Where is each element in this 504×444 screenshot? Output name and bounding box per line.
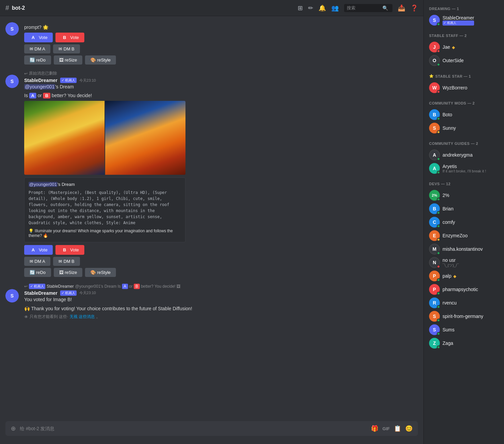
edit-icon[interactable]: ✏	[308, 4, 313, 12]
vote-a-button[interactable]: A Vote	[24, 33, 53, 42]
member-subtext: ¯\_(ツ)_/¯	[443, 263, 459, 268]
status-dot	[437, 23, 440, 26]
username[interactable]: StableDreamer	[24, 78, 57, 83]
member-avatar: C	[429, 217, 440, 228]
member-name: Sums	[443, 327, 455, 332]
hashtag-icon[interactable]: ⊞	[298, 4, 303, 12]
member-name: andrekerygma	[443, 152, 473, 158]
restyle-button-2[interactable]: 🎨 reStyle	[85, 268, 116, 277]
sticker-icon[interactable]: 📋	[394, 425, 401, 432]
sidebar-member-jae[interactable]: J Jae ◆	[426, 40, 501, 54]
inbox-icon[interactable]: 📥	[398, 4, 405, 12]
reply-indicator: ↩ ✓ 机画人 StableDreamer @younger001's Drea…	[24, 283, 418, 290]
sidebar-member-aryetis[interactable]: A Aryetis If it ain't broke, I'll break …	[426, 162, 501, 175]
avatar-image: S	[5, 22, 19, 36]
sidebar-member-pharma[interactable]: P pharmapsychotic	[426, 283, 501, 296]
dm-a-button-2[interactable]: ✉ DM A	[24, 257, 50, 266]
member-name: OuterSide	[443, 58, 464, 63]
mention: @younger001	[24, 84, 55, 89]
sidebar-member-enzymezoo[interactable]: E EnzymeZoo	[426, 229, 501, 242]
vote-b-button[interactable]: B Vote	[55, 33, 84, 42]
reply-text: @younger001's Dream Is A or B better? Yo…	[75, 284, 180, 289]
status-dot	[437, 265, 440, 268]
resize-button-2[interactable]: 🖼 reSize	[54, 268, 82, 277]
vote-result-text: You voted for Image B!	[24, 296, 418, 303]
sidebar-member-andrekerygma[interactable]: A andrekerygma	[426, 148, 501, 162]
image-a[interactable]	[24, 101, 104, 175]
help-icon[interactable]: ❓	[411, 4, 418, 12]
member-name: Aryetis	[443, 164, 486, 169]
member-name: misha.konstantinov	[443, 246, 483, 252]
message-text: prompt? 🌟	[24, 24, 418, 31]
jae-badge: ◆	[452, 45, 455, 50]
sidebar-member-2pct[interactable]: 2% 2%	[426, 189, 501, 202]
member-avatar: 2%	[429, 190, 440, 201]
image-b[interactable]	[105, 101, 185, 175]
member-avatar: W	[429, 82, 440, 93]
status-dot	[437, 63, 440, 66]
label-b-2: B	[61, 247, 68, 253]
member-name: StableDreamer	[443, 15, 474, 21]
vote-result-group: S ↩ ✓ 机画人 StableDreamer @younger001's Dr…	[0, 282, 423, 321]
avatar[interactable]: S	[5, 75, 19, 88]
dm-a-button[interactable]: ✉ DM A	[24, 44, 50, 53]
member-name: Boto	[443, 112, 452, 117]
sidebar-member-boto[interactable]: B Boto	[426, 108, 501, 121]
reply-username[interactable]: StableDreamer	[47, 284, 74, 289]
sidebar-member[interactable]: S StableDreamer ✓ 机画人	[426, 13, 501, 27]
search-input[interactable]	[347, 5, 380, 10]
resize-button[interactable]: 🖼 reSize	[54, 55, 82, 65]
sidebar-member-outerside[interactable]: O OuterSide	[426, 54, 501, 67]
avatar[interactable]: S	[5, 22, 19, 36]
sidebar-member-brian[interactable]: B Brian	[426, 202, 501, 215]
message-input[interactable]	[20, 422, 367, 435]
redo-button[interactable]: 🔄 reDo	[24, 55, 51, 65]
sidebar-member-comfy[interactable]: C comfy	[426, 215, 501, 229]
member-name: EnzymeZoo	[443, 233, 468, 238]
search-bar[interactable]: 🔍	[344, 4, 392, 12]
add-icon[interactable]: ⊕	[11, 425, 16, 432]
deleted-notice-group: S ↩ 原始消息已删除 StableDreamer ✓ 机画人 今天23:10 …	[0, 69, 423, 280]
prompt-mention: @younger001	[29, 182, 57, 187]
sidebar-member-wyz[interactable]: W WyzBorrero	[426, 81, 501, 94]
username-3[interactable]: StableDreamer	[24, 290, 57, 296]
dm-b-button-2[interactable]: ✉ DM B	[53, 257, 80, 266]
sidebar-member-spirit[interactable]: S spirit-from-germany	[426, 310, 501, 323]
members-icon[interactable]: 👥	[331, 4, 339, 12]
bell-icon[interactable]: 🔔	[319, 4, 326, 12]
member-name: Jae	[443, 44, 450, 50]
channel-hash-icon: #	[5, 4, 9, 12]
restyle-button[interactable]: 🎨 reStyle	[85, 55, 116, 65]
section-header: STABLE STAFF — 2	[426, 32, 501, 39]
dm-b-button[interactable]: ✉ DM B	[53, 44, 80, 53]
dm-buttons-row-2: ✉ DM A ✉ DM B	[24, 257, 418, 266]
vote-a-button-2[interactable]: A Vote	[24, 245, 53, 255]
member-name: palp	[443, 273, 451, 279]
member-info: StableDreamer ✓ 机画人	[443, 15, 474, 26]
sidebar-member-misha[interactable]: M misha.konstantinov	[426, 242, 501, 256]
gift-icon[interactable]: 🎁	[371, 425, 378, 432]
visibility-text: 只有您才能看到 这些·	[30, 314, 68, 320]
status-dot	[437, 171, 440, 174]
member-avatar: N	[429, 257, 440, 268]
emoji-icon[interactable]: 😊	[405, 425, 413, 432]
prompt-box-text: Prompt: (Masterpiece), (Best quality), (…	[29, 190, 181, 226]
member-info: Jae ◆	[443, 44, 455, 50]
reply-badge: ✓ 机画人	[29, 284, 45, 289]
status-dot	[437, 90, 440, 93]
status-dot	[437, 305, 440, 309]
sidebar-member-palp[interactable]: P palp ◆	[426, 269, 501, 283]
sidebar-member-nousr[interactable]: N no usr ¯\_(ツ)_/¯	[426, 256, 501, 269]
sidebar-member-zaga[interactable]: Z Zaga	[426, 336, 501, 350]
action-buttons-row-2: 🔄 reDo 🖼 reSize 🎨 reStyle	[24, 268, 418, 277]
member-avatar: B	[429, 109, 440, 120]
gif-icon[interactable]: GIF	[382, 426, 390, 431]
sidebar-member-sunny[interactable]: S Sunny	[426, 121, 501, 135]
redo-button-2[interactable]: 🔄 reDo	[24, 268, 51, 277]
sidebar-member-sums[interactable]: S Sums	[426, 323, 501, 336]
reply-icon: ↩	[24, 284, 28, 289]
sidebar-member-rvencu[interactable]: R rvencu	[426, 296, 501, 310]
avatar-3[interactable]: S	[5, 289, 19, 302]
dismiss-link[interactable]: 无视 这些消息	[70, 314, 95, 320]
vote-b-button-2[interactable]: B Vote	[55, 245, 84, 255]
